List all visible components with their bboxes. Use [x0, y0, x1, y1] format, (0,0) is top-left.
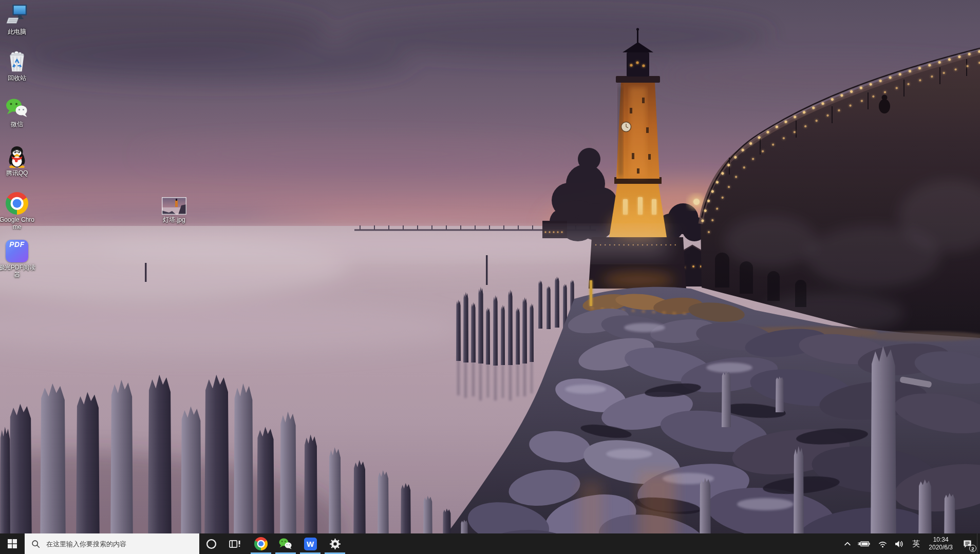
- start-button[interactable]: [0, 533, 25, 554]
- desktop-icon-google-chrome[interactable]: Google Chrome: [0, 192, 37, 231]
- system-tray: 英 10:34 2020/6/3 2: [841, 533, 980, 554]
- gear-icon: [329, 538, 341, 550]
- show-desktop-button[interactable]: [977, 533, 980, 554]
- desktop-icon-wechat[interactable]: 微信: [0, 98, 37, 128]
- hidden-icons-button[interactable]: [841, 533, 854, 554]
- search-box[interactable]: [25, 533, 199, 554]
- battery-button[interactable]: [854, 533, 874, 554]
- recycle-bin-icon: [5, 49, 29, 73]
- this-pc-icon: [5, 3, 29, 27]
- wifi-icon: [878, 540, 888, 548]
- image-thumbnail-icon: [162, 197, 186, 215]
- pdf-reader-icon: PDF: [6, 240, 28, 262]
- input-method-indicator[interactable]: 英: [908, 533, 924, 554]
- time-text: 10:34: [933, 536, 949, 544]
- chevron-up-icon: [844, 542, 851, 546]
- ime-label: 英: [912, 539, 920, 549]
- task-view-icon: [229, 539, 241, 549]
- volume-button[interactable]: [891, 533, 908, 554]
- battery-charging-icon: [858, 540, 871, 547]
- windows-logo-icon: [8, 539, 17, 548]
- desktop-icon-pdf-reader[interactable]: PDF 极光PDF阅读器: [0, 240, 37, 278]
- desktop-icon-label: 微信: [0, 121, 37, 128]
- search-input[interactable]: [45, 540, 193, 548]
- desktop-icon-this-pc[interactable]: 此电脑: [0, 3, 37, 35]
- task-view-button[interactable]: [223, 533, 247, 554]
- file-label: 灯塔.jpg: [154, 216, 194, 223]
- chrome-icon: [6, 192, 28, 215]
- desktop-icon-label: 回收站: [0, 74, 37, 82]
- date-text: 2020/6/3: [929, 544, 953, 551]
- desktop-icon-label: Google Chrome: [0, 216, 37, 231]
- notification-badge: 2: [969, 545, 976, 552]
- action-center-button[interactable]: 2: [957, 533, 977, 554]
- desktop-icon-label: 腾讯QQ: [0, 169, 37, 177]
- desktop-icon-tencent-qq[interactable]: 腾讯QQ: [0, 144, 37, 177]
- taskbar-settings-button[interactable]: [323, 533, 347, 554]
- desktop-file-lighthouse-jpg[interactable]: 灯塔.jpg: [154, 197, 194, 223]
- wechat-icon: [5, 98, 29, 119]
- taskbar-wechat-button[interactable]: [273, 533, 298, 554]
- chrome-icon: [254, 537, 268, 550]
- desktop-icon-label: 此电脑: [0, 28, 37, 35]
- taskbar-wps-button[interactable]: W: [298, 533, 323, 554]
- speaker-icon: [895, 540, 904, 548]
- taskbar: W 英 10:34 2020/6/3: [0, 533, 980, 554]
- wallpaper-lighthouse-dusk: [0, 0, 980, 554]
- cortana-button[interactable]: [199, 533, 223, 554]
- wps-icon-text: W: [307, 540, 314, 548]
- taskbar-chrome-button[interactable]: [249, 533, 273, 554]
- desktop-icon-label: 极光PDF阅读器: [0, 264, 37, 278]
- search-icon: [31, 540, 40, 548]
- wps-icon: W: [304, 538, 317, 550]
- desktop: 此电脑 回收站 微信 腾讯QQ Google Chrome PDF 极光PDF阅…: [0, 0, 980, 554]
- wechat-icon: [278, 538, 293, 550]
- pdf-icon-text: PDF: [9, 240, 25, 249]
- clock[interactable]: 10:34 2020/6/3: [924, 533, 957, 554]
- qq-icon: [5, 144, 29, 168]
- network-button[interactable]: [874, 533, 891, 554]
- desktop-icon-recycle-bin[interactable]: 回收站: [0, 49, 37, 82]
- cortana-icon: [206, 539, 217, 549]
